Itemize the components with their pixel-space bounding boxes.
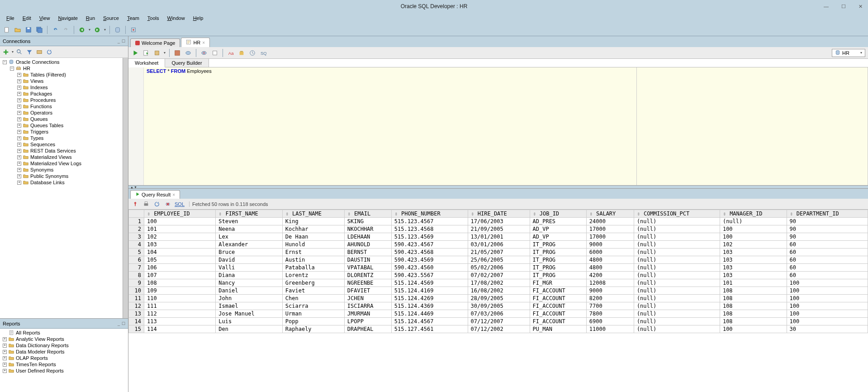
connections-tree[interactable]: −Oracle Connections−HR+Tables (Filtered)…	[0, 58, 123, 318]
table-row[interactable]: 11110JohnChenJCHEN515.124.426928/09/2005…	[129, 295, 868, 302]
expand-icon[interactable]: +	[17, 79, 21, 83]
reports-tree[interactable]: All Reports+Analytic View Reports+Data D…	[0, 329, 128, 392]
undo-icon[interactable]	[51, 26, 59, 34]
close-button[interactable]: ✕	[856, 3, 865, 10]
report-data-modeler-reports[interactable]: +Data Modeler Reports	[1, 349, 127, 355]
expand-icon[interactable]: +	[17, 174, 21, 178]
tree-materialized-view-logs[interactable]: +Materialized View Logs	[1, 160, 122, 167]
tree-queues-tables[interactable]: +Queues Tables	[1, 122, 122, 129]
report-timesten-reports[interactable]: +TimesTen Reports	[1, 361, 127, 368]
find-icon[interactable]	[15, 48, 24, 56]
expand-icon[interactable]: +	[3, 344, 7, 348]
col-manager_id[interactable]: ⇕ MANAGER_ID	[720, 210, 787, 218]
expand-icon[interactable]: +	[17, 124, 21, 128]
refresh-icon[interactable]	[45, 48, 53, 56]
table-row[interactable]: 1100StevenKingSKING515.123.456717/06/200…	[129, 218, 868, 225]
table-row[interactable]: 3102LexDe HaanLDEHAAN515.123.456913/01/2…	[129, 233, 868, 241]
expand-icon[interactable]: +	[17, 73, 21, 77]
sql-tuning-icon[interactable]: SQL	[259, 49, 267, 57]
oracle-connections[interactable]: −Oracle Connections	[1, 59, 122, 65]
tree-materialized-views[interactable]: +Materialized Views	[1, 154, 122, 160]
col-first_name[interactable]: ⇕ FIRST_NAME	[216, 210, 283, 218]
tree-types[interactable]: +Types	[1, 135, 122, 141]
col-phone_number[interactable]: ⇕ PHONE_NUMBER	[391, 210, 468, 218]
scrollbar[interactable]	[123, 58, 128, 318]
table-row[interactable]: 12111IsmaelSciarraISCIARRA515.124.436930…	[129, 302, 868, 310]
run-icon[interactable]	[131, 49, 139, 57]
tree-rest-data-services[interactable]: +REST Data Services	[1, 148, 122, 154]
tab-query-result[interactable]: Query Result ×	[130, 190, 180, 199]
tree-tables-filtered-[interactable]: +Tables (Filtered)	[1, 72, 122, 78]
result-grid[interactable]: ⇕ EMPLOYEE_ID⇕ FIRST_NAME⇕ LAST_NAME⇕ EM…	[128, 210, 868, 392]
expand-icon[interactable]: +	[3, 363, 7, 367]
expand-icon[interactable]: +	[17, 105, 21, 109]
unshared-icon[interactable]	[211, 49, 219, 57]
sql-editor[interactable]: SELECT * FROM Employees	[128, 67, 868, 185]
commit-icon[interactable]	[184, 49, 192, 57]
menu-tools[interactable]: Tools	[144, 14, 163, 22]
back-icon[interactable]	[78, 26, 86, 34]
tns-icon[interactable]	[35, 48, 43, 56]
report-analytic-view-reports[interactable]: +Analytic View Reports	[1, 336, 127, 342]
col-commission_pct[interactable]: ⇕ COMMISSION_PCT	[634, 210, 720, 218]
report-olap-reports[interactable]: +OLAP Reports	[1, 355, 127, 361]
expand-icon[interactable]: +	[3, 356, 7, 360]
menu-window[interactable]: Window	[163, 14, 188, 22]
menu-source[interactable]: Source	[100, 14, 123, 22]
tree-queues[interactable]: +Queues	[1, 116, 122, 122]
expand-icon[interactable]: +	[17, 168, 21, 172]
autotrace-icon[interactable]	[173, 49, 181, 57]
tree-procedures[interactable]: +Procedures	[1, 97, 122, 103]
tree-functions[interactable]: +Functions	[1, 103, 122, 110]
col-last_name[interactable]: ⇕ LAST_NAME	[282, 210, 344, 218]
save-all-icon[interactable]	[35, 26, 43, 34]
forward-icon[interactable]	[93, 26, 101, 34]
report-user-defined-reports[interactable]: +User Defined Reports	[1, 368, 127, 374]
table-row[interactable]: 15114DenRaphaelyDRAPHEAL515.127.456107/1…	[129, 325, 868, 333]
minimize-button[interactable]: —	[821, 3, 831, 10]
table-row[interactable]: 6105DavidAustinDAUSTIN590.423.456925/06/…	[129, 256, 868, 264]
rollback-icon[interactable]	[200, 49, 208, 57]
table-row[interactable]: 10109DanielFavietDFAVIET515.124.416916/0…	[129, 287, 868, 295]
col-job_id[interactable]: ⇕ JOB_ID	[530, 210, 586, 218]
expand-icon[interactable]: +	[17, 143, 21, 147]
maximize-button[interactable]: ☐	[839, 3, 849, 10]
expand-icon[interactable]: +	[17, 98, 21, 102]
expand-icon[interactable]: +	[17, 86, 21, 90]
tree-packages[interactable]: +Packages	[1, 91, 122, 97]
redo-icon[interactable]	[62, 26, 70, 34]
tab-hr[interactable]: HR ×	[181, 38, 210, 47]
table-row[interactable]: 4103AlexanderHunoldAHUNOLD590.423.456703…	[129, 241, 868, 249]
expand-icon[interactable]: −	[10, 67, 14, 71]
expand-icon[interactable]: +	[17, 111, 21, 115]
expand-icon[interactable]: −	[3, 60, 7, 64]
all-reports[interactable]: All Reports	[1, 330, 127, 336]
panel-minimize-icon[interactable]: _	[118, 39, 120, 43]
table-row[interactable]: 2101NeenaKochharNKOCHHAR515.123.456821/0…	[129, 225, 868, 233]
panel-minimize-icon[interactable]: _	[118, 321, 120, 326]
menu-view[interactable]: View	[36, 14, 54, 22]
expand-icon[interactable]: +	[17, 117, 21, 121]
panel-restore-icon[interactable]: ☐	[122, 39, 125, 43]
table-row[interactable]: 8107DianaLorentzDLORENTZ590.423.556707/0…	[129, 272, 868, 279]
to-upper-icon[interactable]: Aa	[227, 49, 235, 57]
table-row[interactable]: 14113LuisPoppLPOPP515.124.456707/12/2007…	[129, 318, 868, 325]
tree-operators[interactable]: +Operators	[1, 110, 122, 116]
tree-database-links[interactable]: +Database Links	[1, 179, 122, 186]
col-department_id[interactable]: ⇕ DEPARTMENT_ID	[787, 210, 868, 218]
col-salary[interactable]: ⇕ SALARY	[586, 210, 634, 218]
open-icon[interactable]	[14, 26, 22, 34]
menu-run[interactable]: Run	[82, 14, 99, 22]
filter-icon[interactable]	[25, 48, 33, 56]
print-icon[interactable]	[142, 200, 150, 208]
menu-navigate[interactable]: Navigate	[54, 14, 81, 22]
menu-file[interactable]: File	[3, 14, 18, 22]
tree-public-synonyms[interactable]: +Public Synonyms	[1, 173, 122, 179]
table-row[interactable]: 5104BruceErnstBERNST590.423.456821/05/20…	[129, 249, 868, 256]
connection-dropdown[interactable]: HR ▾	[832, 49, 865, 57]
menu-help[interactable]: Help	[190, 14, 207, 22]
history-icon[interactable]	[248, 49, 256, 57]
expand-icon[interactable]: +	[3, 337, 7, 341]
expand-icon[interactable]: +	[17, 136, 21, 140]
expand-icon[interactable]: +	[3, 369, 7, 373]
